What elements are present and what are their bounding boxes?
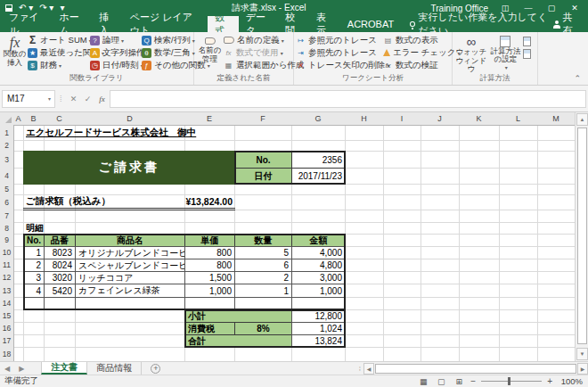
autosum-button[interactable]: Σオート SUM▾ xyxy=(28,34,90,46)
scrollbar-splitter[interactable]: ⁞ xyxy=(356,362,363,375)
row-header-10[interactable]: 10 xyxy=(0,246,14,259)
column-header-J[interactable]: J xyxy=(421,112,460,126)
zoom-level[interactable]: 100% xyxy=(558,376,583,386)
trace-dependents-button[interactable]: ⇥参照先のトレース xyxy=(296,46,383,59)
date-time-button[interactable]: ◷日付/時刻▾ xyxy=(90,59,142,71)
row-header-15[interactable]: 15 xyxy=(0,309,14,323)
row-header-12[interactable]: 12 xyxy=(0,271,14,284)
row-header-3[interactable]: 3 xyxy=(0,151,14,169)
row-header-18[interactable]: 18 xyxy=(0,347,14,361)
cell-G17[interactable]: 13,824 xyxy=(291,334,346,348)
cell-C14[interactable] xyxy=(44,297,76,310)
cell-F4[interactable]: 日付 xyxy=(234,168,292,185)
enter-icon[interactable]: ✓ xyxy=(81,95,95,103)
cell-B3[interactable]: ご請求書 xyxy=(23,151,235,185)
cell-G15[interactable]: 12,800 xyxy=(291,309,346,323)
math-trig-button[interactable]: θ数学/三角▾ xyxy=(142,46,192,59)
cell-B1[interactable]: エクセルフードサービス株式会社 御中 xyxy=(23,125,235,141)
worksheet-grid[interactable]: ABCDEFGHIJKLM123456789101112131415161718… xyxy=(0,112,575,361)
cell-G10[interactable]: 4,000 xyxy=(291,246,346,259)
row-header-7[interactable]: 7 xyxy=(0,210,14,223)
scroll-left-icon[interactable]: ◀ xyxy=(363,363,374,375)
remove-arrows-button[interactable]: ✕トレース矢印の削除▾ xyxy=(296,59,383,71)
cell-C12[interactable]: 3020 xyxy=(44,271,76,284)
use-in-formula-button[interactable]: fx数式で使用▾ xyxy=(224,46,291,59)
cell-D9[interactable]: 商品名 xyxy=(75,234,185,247)
cell-G9[interactable]: 金額 xyxy=(291,234,346,247)
cell-E13[interactable]: 1,000 xyxy=(184,284,235,298)
row-header-6[interactable]: 6 xyxy=(0,194,14,210)
row-header-17[interactable]: 17 xyxy=(0,334,14,348)
page-break-preview-icon[interactable]: ⊞ xyxy=(453,377,465,386)
create-from-selection-button[interactable]: ▦選択範囲から作成 xyxy=(224,59,291,71)
scroll-right-icon[interactable]: ▶ xyxy=(577,363,588,375)
cell-G16[interactable]: 1,024 xyxy=(291,322,346,335)
row-header-11[interactable]: 11 xyxy=(0,259,14,272)
sheet-tab-product-info[interactable]: 商品情報 xyxy=(87,362,142,375)
cell-F9[interactable]: 数量 xyxy=(234,234,292,247)
formula-input[interactable] xyxy=(110,90,586,108)
row-header-1[interactable]: 1 xyxy=(0,125,14,141)
insert-function-icon[interactable]: fx xyxy=(95,95,110,103)
tab-file[interactable]: ファイル xyxy=(0,16,52,32)
recently-used-button[interactable]: ★最近使った関数▾ xyxy=(28,46,90,59)
cell-E15[interactable]: 小計 xyxy=(184,309,292,323)
calculate-sheet-icon[interactable] xyxy=(523,49,531,59)
cell-F16[interactable]: 8% xyxy=(234,322,292,335)
page-layout-view-icon[interactable]: ▢ xyxy=(435,377,447,386)
cell-D14[interactable] xyxy=(75,297,185,310)
column-header-H[interactable]: H xyxy=(345,112,384,126)
share-button[interactable]: 共有 xyxy=(553,16,588,32)
vertical-scrollbar[interactable]: ▲ ▼ xyxy=(575,112,588,361)
cell-G4[interactable]: 2017/11/23 xyxy=(291,168,346,185)
zoom-out-icon[interactable]: − xyxy=(470,376,476,386)
cell-E11[interactable]: 800 xyxy=(184,259,235,272)
cell-F11[interactable]: 6 xyxy=(234,259,292,272)
column-header-K[interactable]: K xyxy=(459,112,500,126)
tab-view[interactable]: 表示 xyxy=(309,16,340,32)
column-header-C[interactable]: C xyxy=(44,112,76,126)
cell-B6[interactable]: ご請求額（税込み） xyxy=(23,194,185,210)
lookup-reference-button[interactable]: Q検索/行列▾ xyxy=(142,34,192,46)
name-manager-button[interactable]: 名前の管理 xyxy=(196,34,224,74)
zoom-in-icon[interactable]: + xyxy=(547,376,552,386)
column-header-D[interactable]: D xyxy=(75,112,185,126)
cell-F13[interactable]: 1 xyxy=(234,284,292,298)
select-all-corner[interactable] xyxy=(0,112,14,126)
cell-D10[interactable]: オリジナルブレンドコーヒー xyxy=(75,246,185,259)
cell-D12[interactable]: リッチココア xyxy=(75,271,185,284)
error-checking-button[interactable]: エラー チェック▾ xyxy=(383,46,453,59)
evaluate-formula-button[interactable]: fx数式の検証 xyxy=(383,59,453,71)
cell-F3[interactable]: No. xyxy=(234,151,292,169)
cell-F12[interactable]: 2 xyxy=(234,271,292,284)
tab-formulas[interactable]: 数式 xyxy=(208,16,239,32)
cell-B13[interactable]: 4 xyxy=(23,284,45,298)
column-header-M[interactable]: M xyxy=(537,112,575,126)
cell-B11[interactable]: 2 xyxy=(23,259,45,272)
cell-G12[interactable]: 3,000 xyxy=(291,271,346,284)
column-header-E[interactable]: E xyxy=(184,112,235,126)
collapse-ribbon-icon[interactable]: ⌃ xyxy=(574,74,581,83)
cell-B8[interactable]: 明細 xyxy=(23,222,76,235)
sheet-nav-right-icon[interactable]: ▶ xyxy=(14,362,29,375)
name-box[interactable]: M17 ▾ xyxy=(2,90,55,108)
cell-C11[interactable]: 8024 xyxy=(44,259,76,272)
cell-G13[interactable]: 1,000 xyxy=(291,284,346,298)
sheet-nav-left-icon[interactable]: ◀ xyxy=(0,362,14,375)
tab-insert[interactable]: 挿入 xyxy=(92,16,123,32)
tab-data[interactable]: データ xyxy=(239,16,279,32)
column-header-B[interactable]: B xyxy=(23,112,45,126)
cell-G14[interactable] xyxy=(291,297,346,310)
row-header-16[interactable]: 16 xyxy=(0,322,14,335)
cell-C13[interactable]: 5420 xyxy=(44,284,76,298)
watch-window-button[interactable]: ∞ ウォッチ ウィンドウ xyxy=(454,34,488,74)
cell-E14[interactable] xyxy=(184,297,235,310)
column-header-G[interactable]: G xyxy=(291,112,346,126)
cell-B14[interactable] xyxy=(23,297,45,310)
scroll-down-icon[interactable]: ▼ xyxy=(576,348,588,360)
row-header-4[interactable]: 4 xyxy=(0,168,14,185)
text-functions-button[interactable]: A文字列操作▾ xyxy=(90,46,142,59)
horizontal-scrollbar[interactable]: ◀ ▶ xyxy=(363,362,588,375)
cell-G3[interactable]: 2356 xyxy=(291,151,346,169)
cell-D13[interactable]: カフェインレス緑茶 xyxy=(75,284,185,298)
